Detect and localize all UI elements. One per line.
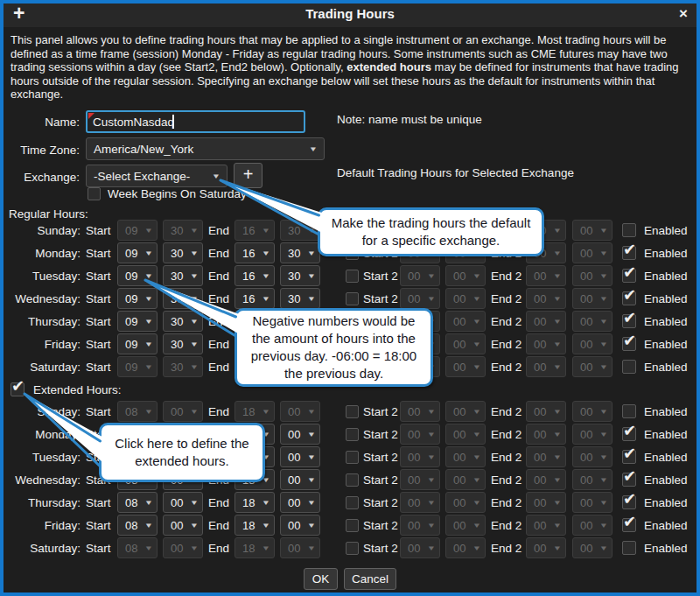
start-minute-select[interactable]: 30▼ <box>163 242 203 263</box>
start-hour-select[interactable]: 08▼ <box>117 401 158 422</box>
start2-hour-select[interactable]: 00▼ <box>400 515 440 536</box>
end2-hour-select[interactable]: 00▼ <box>526 333 566 354</box>
enabled-checkbox[interactable] <box>622 541 636 555</box>
start-hour-select[interactable]: 09▼ <box>117 356 158 377</box>
start-minute-select[interactable]: 30▼ <box>163 220 203 241</box>
start-minute-select[interactable]: 30▼ <box>163 265 203 286</box>
start-hour-select[interactable]: 08▼ <box>117 492 158 513</box>
end2-minute-select[interactable]: 00▼ <box>572 446 612 467</box>
enabled-checkbox[interactable]: ✔ <box>622 291 636 305</box>
start2-hour-select[interactable]: 00▼ <box>400 265 440 286</box>
start-hour-select[interactable]: 08▼ <box>117 515 158 536</box>
start-hour-select[interactable]: 09▼ <box>117 288 158 309</box>
start2-hour-select[interactable]: 00▼ <box>400 469 440 490</box>
end-hour-select[interactable]: 18▼ <box>234 492 275 513</box>
start2-checkbox[interactable] <box>346 270 359 283</box>
start-hour-select[interactable]: 08▼ <box>117 537 158 558</box>
start2-hour-select[interactable]: 00▼ <box>400 288 440 309</box>
start2-minute-select[interactable]: 00▼ <box>445 492 486 513</box>
end-minute-select[interactable]: 30▼ <box>280 242 320 263</box>
start2-minute-select[interactable]: 00▼ <box>445 537 486 558</box>
end-minute-select[interactable]: 00▼ <box>280 515 320 536</box>
end2-hour-select[interactable]: 00▼ <box>526 401 566 422</box>
end-minute-select[interactable]: 00▼ <box>280 424 320 445</box>
end2-hour-select[interactable]: 00▼ <box>526 492 566 513</box>
end-hour-select[interactable]: 16▼ <box>234 288 275 309</box>
end2-hour-select[interactable]: 00▼ <box>526 265 566 286</box>
end2-hour-select[interactable]: 00▼ <box>526 424 566 445</box>
start2-hour-select[interactable]: 00▼ <box>400 401 440 422</box>
start-hour-select[interactable]: 09▼ <box>117 242 158 263</box>
enabled-checkbox[interactable]: ✔ <box>622 518 636 532</box>
end2-hour-select[interactable]: 00▼ <box>526 356 566 377</box>
start-minute-select[interactable]: 30▼ <box>163 356 203 377</box>
end-minute-select[interactable]: 00▼ <box>280 492 320 513</box>
end2-minute-select[interactable]: 00▼ <box>572 333 612 354</box>
end2-hour-select[interactable]: 00▼ <box>526 311 566 332</box>
start-minute-select[interactable]: 00▼ <box>163 492 203 513</box>
end2-hour-select[interactable]: 00▼ <box>526 446 566 467</box>
enabled-checkbox[interactable]: ✔ <box>622 450 636 464</box>
end-hour-select[interactable]: 18▼ <box>234 401 275 422</box>
end2-hour-select[interactable]: 00▼ <box>526 288 566 309</box>
end2-hour-select[interactable]: 00▼ <box>526 469 566 490</box>
enabled-checkbox[interactable]: ✔ <box>622 495 636 509</box>
name-input[interactable] <box>86 110 305 133</box>
week-begins-saturday-checkbox[interactable] <box>88 187 101 200</box>
end2-minute-select[interactable]: 00▼ <box>572 220 612 241</box>
start2-minute-select[interactable]: 00▼ <box>445 288 486 309</box>
enabled-checkbox[interactable] <box>622 404 636 418</box>
end-minute-select[interactable]: 30▼ <box>280 220 320 241</box>
end-hour-select[interactable]: 18▼ <box>234 537 275 558</box>
start2-minute-select[interactable]: 00▼ <box>445 333 486 354</box>
end2-minute-select[interactable]: 00▼ <box>572 537 612 558</box>
ok-button[interactable]: OK <box>304 568 338 590</box>
start-hour-select[interactable]: 09▼ <box>117 220 158 241</box>
end2-minute-select[interactable]: 00▼ <box>572 288 612 309</box>
enabled-checkbox[interactable]: ✔ <box>622 246 636 260</box>
exchange-dropdown[interactable]: -Select Exchange- ▼ <box>86 165 228 187</box>
end2-minute-select[interactable]: 00▼ <box>572 311 612 332</box>
end2-minute-select[interactable]: 00▼ <box>572 242 612 263</box>
start-minute-select[interactable]: 00▼ <box>163 537 203 558</box>
start2-checkbox[interactable] <box>346 428 359 441</box>
start2-checkbox[interactable] <box>346 292 359 305</box>
start-minute-select[interactable]: 30▼ <box>163 333 203 354</box>
start2-minute-select[interactable]: 00▼ <box>445 515 486 536</box>
start2-checkbox[interactable] <box>346 542 359 555</box>
start-hour-select[interactable]: 09▼ <box>117 333 158 354</box>
start2-hour-select[interactable]: 00▼ <box>400 446 440 467</box>
enabled-checkbox[interactable] <box>622 360 636 374</box>
end-minute-select[interactable]: 00▼ <box>280 446 320 467</box>
enabled-checkbox[interactable]: ✔ <box>622 337 636 351</box>
start-minute-select[interactable]: 30▼ <box>163 288 203 309</box>
start2-minute-select[interactable]: 00▼ <box>445 446 486 467</box>
start2-checkbox[interactable] <box>346 405 359 418</box>
end-hour-select[interactable]: 16▼ <box>234 242 275 263</box>
end2-minute-select[interactable]: 00▼ <box>572 356 612 377</box>
start-minute-select[interactable]: 00▼ <box>163 401 203 422</box>
enabled-checkbox[interactable]: ✔ <box>622 427 636 441</box>
extended-hours-checkbox[interactable]: ✔ <box>10 382 24 396</box>
add-exchange-button[interactable]: + <box>234 163 262 188</box>
end-minute-select[interactable]: 30▼ <box>280 288 320 309</box>
start2-minute-select[interactable]: 00▼ <box>445 469 486 490</box>
enabled-checkbox[interactable] <box>622 223 636 237</box>
start-hour-select[interactable]: 09▼ <box>117 311 158 332</box>
end2-minute-select[interactable]: 00▼ <box>572 424 612 445</box>
start2-checkbox[interactable] <box>346 496 359 509</box>
start2-minute-select[interactable]: 00▼ <box>445 265 486 286</box>
start2-hour-select[interactable]: 00▼ <box>400 492 440 513</box>
start-hour-select[interactable]: 09▼ <box>117 265 158 286</box>
close-icon[interactable]: × <box>679 5 688 23</box>
end-hour-select[interactable]: 16▼ <box>234 220 275 241</box>
end-minute-select[interactable]: 00▼ <box>280 469 320 490</box>
start2-minute-select[interactable]: 00▼ <box>445 424 486 445</box>
start2-hour-select[interactable]: 00▼ <box>400 424 440 445</box>
end2-minute-select[interactable]: 00▼ <box>572 401 612 422</box>
end2-hour-select[interactable]: 00▼ <box>526 537 566 558</box>
end2-hour-select[interactable]: 00▼ <box>526 515 566 536</box>
end-minute-select[interactable]: 30▼ <box>280 265 320 286</box>
end2-minute-select[interactable]: 00▼ <box>572 492 612 513</box>
cancel-button[interactable]: Cancel <box>344 568 396 590</box>
